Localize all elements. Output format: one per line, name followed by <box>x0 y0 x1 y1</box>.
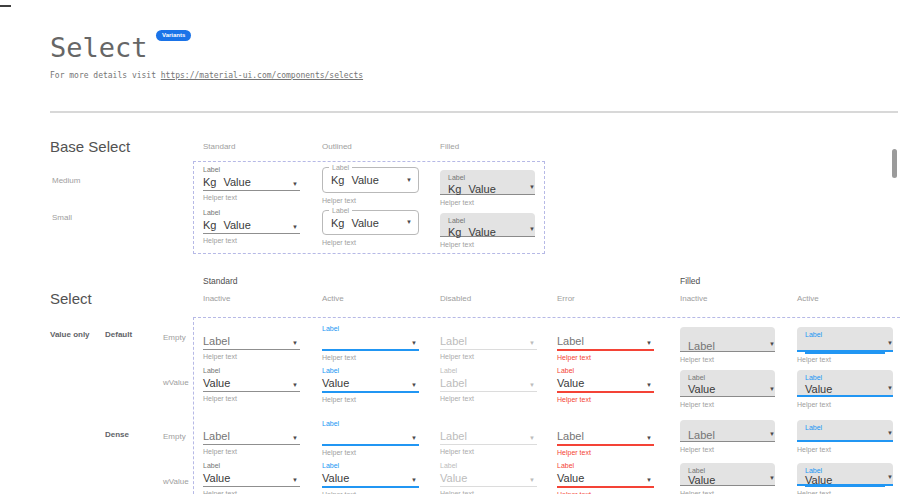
select-adornment: Kg <box>203 176 216 188</box>
base-col-outlined: Outlined <box>322 142 352 151</box>
select-value: Value <box>203 377 230 389</box>
helper-text: Helper text <box>440 353 537 360</box>
base-select-title: Base Select <box>50 138 130 155</box>
row-default-empty: Empty <box>163 333 186 342</box>
base-col-standard: Standard <box>203 142 235 151</box>
row-group-default: Default <box>105 330 132 339</box>
select-control: Label KgValue ▼ <box>440 213 535 237</box>
select-floating-label: Label <box>322 419 419 428</box>
helper-text: Helper text <box>557 354 654 361</box>
select-section-title: Select <box>50 290 92 307</box>
select-default-wvalue-error[interactable]: Label Value▼ Helper text <box>557 366 654 403</box>
select-adornment: Kg <box>331 217 344 229</box>
select-value: Value <box>351 217 378 229</box>
helper-text: Helper text <box>797 356 893 363</box>
chevron-down-icon: ▼ <box>292 340 298 346</box>
select-value: Label <box>440 335 467 347</box>
chevron-down-icon: ▼ <box>292 224 298 230</box>
helper-text: Helper text <box>203 395 300 402</box>
material-ui-link[interactable]: https://material-ui.com/components/selec… <box>161 71 363 80</box>
select-value: Label <box>203 335 230 347</box>
select-floating-label: Label <box>557 461 654 470</box>
chevron-down-icon: ▼ <box>411 435 417 441</box>
select-dense-wvalue-inactive[interactable]: Label Value▼ Helper text <box>203 461 300 494</box>
base-row-medium: Medium <box>52 176 80 185</box>
select-field-outlined-medium[interactable]: LabelKgValue▼ Helper text <box>322 167 419 204</box>
base-col-filled: Filled <box>440 142 459 151</box>
select-floating-label: Label <box>805 373 885 382</box>
select-dense-empty-disabled: Label▼ Helper text <box>440 419 537 455</box>
select-control: LabelKgValue▼ <box>322 167 419 193</box>
select-value: Value <box>805 474 832 486</box>
select-floating-label: Label <box>805 330 885 339</box>
chevron-down-icon: ▼ <box>529 382 535 388</box>
chevron-down-icon: ▼ <box>406 219 412 225</box>
select-filled-default-empty-inactive[interactable]: Label ▼ Helper text <box>680 327 775 363</box>
select-value: Value <box>322 377 349 389</box>
select-floating-label: Label <box>557 366 654 375</box>
select-floating-label: Label <box>203 461 300 470</box>
select-dense-wvalue-error[interactable]: Label Value▼ Helper text <box>557 461 654 494</box>
helper-text: Helper text <box>797 446 893 453</box>
chevron-down-icon: ▼ <box>769 386 775 392</box>
select-value: Value <box>688 474 715 486</box>
select-floating-label: Label <box>322 324 419 333</box>
select-filled-dense-empty-active[interactable]: Label ▼ Helper text <box>797 420 893 453</box>
select-value: Value <box>557 377 584 389</box>
select-field-outlined-small[interactable]: LabelKgValue▼ Helper text <box>322 210 419 246</box>
select-value: Value <box>557 472 584 484</box>
select-default-empty-error[interactable]: Label▼ Helper text <box>557 324 654 361</box>
select-field-filled-medium[interactable]: Label KgValue ▼ Helper text <box>440 170 535 206</box>
select-adornment: Kg <box>448 183 461 195</box>
helper-text: Helper text <box>440 199 535 206</box>
chevron-down-icon: ▼ <box>529 435 535 441</box>
select-field-filled-small[interactable]: Label KgValue ▼ Helper text <box>440 213 535 248</box>
select-default-empty-inactive[interactable]: Label▼ Helper text <box>203 324 300 360</box>
chevron-down-icon: ▼ <box>406 177 412 183</box>
select-value: Value <box>322 472 349 484</box>
select-value: Value <box>203 472 230 484</box>
chevron-down-icon: ▼ <box>887 474 893 480</box>
col-standard-inactive: Inactive <box>203 294 231 303</box>
col-standard-error: Error <box>557 294 575 303</box>
group-filled: Filled <box>680 276 700 286</box>
select-notch-label: Label <box>329 207 352 215</box>
chevron-down-icon: ▼ <box>411 340 417 346</box>
select-field-standard-medium[interactable]: Label KgValue▼ Helper text <box>203 165 300 201</box>
variants-badge[interactable]: Variants <box>156 30 191 41</box>
select-value: Label <box>557 430 584 442</box>
select-dense-wvalue-active[interactable]: Label Value▼ Helper text <box>322 461 419 494</box>
select-adornment: Kg <box>331 174 344 186</box>
select-dense-empty-active[interactable]: Label ▼ Helper text <box>322 419 419 456</box>
helper-text: Helper text <box>680 490 775 494</box>
row-group-value-only: Value only <box>50 330 90 339</box>
select-filled-dense-wvalue-inactive[interactable]: Label Value ▼ Helper text <box>680 463 775 494</box>
select-dense-empty-error[interactable]: Label▼ Helper text <box>557 419 654 456</box>
group-standard: Standard <box>203 276 238 286</box>
chevron-down-icon: ▼ <box>887 340 893 346</box>
select-default-empty-active[interactable]: Label ▼ Helper text <box>322 324 419 361</box>
select-filled-default-wvalue-inactive[interactable]: Label Value ▼ Helper text <box>680 370 775 408</box>
select-default-wvalue-inactive[interactable]: Label Value▼ Helper text <box>203 366 300 402</box>
col-filled-inactive: Inactive <box>680 294 708 303</box>
select-floating-label: Label <box>805 423 885 432</box>
select-floating-label: Label <box>322 366 419 375</box>
select-filled-dense-empty-inactive[interactable]: Label ▼ Helper text <box>680 420 775 453</box>
chevron-down-icon: ▼ <box>529 184 535 190</box>
select-default-wvalue-active[interactable]: Label Value▼ Helper text <box>322 366 419 403</box>
scrollbar-thumb[interactable] <box>892 149 897 178</box>
select-value: Value <box>223 176 250 188</box>
chevron-down-icon: ▼ <box>646 435 652 441</box>
chevron-down-icon: ▼ <box>411 382 417 388</box>
select-filled-default-empty-active[interactable]: Label ▼ Helper text <box>797 327 893 363</box>
chevron-down-icon: ▼ <box>887 430 893 436</box>
select-field-standard-small[interactable]: Label KgValue▼ Helper text <box>203 208 300 244</box>
select-floating-label: Label <box>203 208 300 217</box>
helper-text: Helper text <box>680 401 775 408</box>
select-floating-label: Label <box>203 165 300 174</box>
chevron-down-icon: ▼ <box>292 382 298 388</box>
select-dense-empty-inactive[interactable]: Label▼ Helper text <box>203 419 300 455</box>
select-filled-dense-wvalue-active[interactable]: Label Value ▼ Helper text <box>797 463 893 494</box>
helper-text: Helper text <box>797 401 893 408</box>
select-filled-default-wvalue-active[interactable]: Label Value ▼ Helper text <box>797 370 893 408</box>
